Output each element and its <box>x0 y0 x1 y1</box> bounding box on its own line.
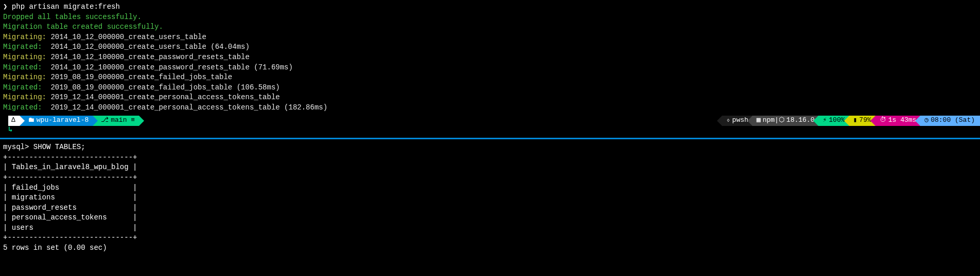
migration-status-label: Migrated: <box>3 43 46 51</box>
shell-icon: ⬨ <box>726 116 730 125</box>
migration-status-label: Migrated: <box>3 103 46 112</box>
mysql-footer: 5 rows in set (0.00 sec) <box>3 243 977 253</box>
migration-status-label: Migrating: <box>3 93 46 101</box>
migration-detail: 2019_08_19_000000_create_failed_jobs_tab… <box>46 83 280 91</box>
shell-name: pwsh <box>732 116 748 125</box>
migration-status-label: Migrating: <box>3 53 46 61</box>
migration-detail: 2014_10_12_000000_create_users_table (64… <box>46 43 250 51</box>
table-border: +-----------------------------+ <box>3 173 977 183</box>
os-segment: Δ <box>8 116 20 126</box>
mysql-terminal-pane[interactable]: mysql> SHOW TABLES; +-------------------… <box>0 139 980 256</box>
table-header-row: | Tables_in_laravel8_wpu_blog | <box>3 162 977 173</box>
migration-detail: 2019_12_14_000001_create_personal_access… <box>46 93 280 101</box>
git-icon: ⎇ <box>101 116 109 125</box>
output-line: Migrating: 2014_10_12_100000_create_pass… <box>3 52 977 63</box>
output-line: Migrating: 2019_12_14_000001_create_pers… <box>3 93 977 103</box>
stopwatch-icon: ⏱ <box>880 116 886 125</box>
folder-icon: 🖿 <box>28 116 34 125</box>
output-line: Migration table created successfully. <box>3 22 977 32</box>
command-text: php artisan migrate:fresh <box>12 3 120 11</box>
npm-segment: ▦npm | ⬡18.16.0 <box>752 116 819 126</box>
migration-detail: 2014_10_12_100000_create_password_resets… <box>46 63 293 71</box>
linux-icon: Δ <box>11 116 15 125</box>
charge-value: 100% <box>829 116 845 125</box>
folder-name: wpu-laravel-8 <box>37 116 89 125</box>
timing-segment: ⏱1s 43ms <box>876 116 921 126</box>
migration-status-label: Migrated: <box>3 83 46 91</box>
output-line: Migrated: 2019_08_19_000000_create_faile… <box>3 83 977 93</box>
command-line: ❯ php artisan migrate:fresh <box>3 2 977 12</box>
table-row: | migrations | <box>3 193 977 203</box>
output-line: Migrated: 2014_10_12_000000_create_users… <box>3 42 977 52</box>
clock-segment: ◷08:00 (Sat) <box>920 116 980 126</box>
output-line: Migrating: 2014_10_12_000000_create_user… <box>3 32 977 43</box>
timing-value: 1s 43ms <box>888 116 917 125</box>
table-header: Tables_in_laravel8_wpu_blog <box>12 163 129 171</box>
clock-icon: ◷ <box>924 116 929 125</box>
battery-icon: ▮ <box>853 116 857 125</box>
output-line: Dropped all tables successfully. <box>3 12 977 23</box>
status-right: ⬨pwsh ▦npm | ⬡18.16.0 ⚡100% ▮79% ⏱1s 43m… <box>722 116 980 126</box>
table-border: +-----------------------------+ <box>3 233 977 243</box>
node-icon: ⬡ <box>779 116 784 125</box>
migration-status-label: Migrating: <box>3 73 46 81</box>
mysql-prompt: mysql> <box>3 143 29 151</box>
prompt-cursor-line[interactable]: ↳ <box>0 125 980 135</box>
plug-icon: ⚡ <box>822 116 827 125</box>
migration-status-label: Migrated: <box>3 63 46 71</box>
table-row: | users | <box>3 223 977 233</box>
mysql-command: SHOW TABLES; <box>33 143 85 151</box>
table-row: | password_resets | <box>3 203 977 213</box>
npm-label: npm <box>763 116 775 125</box>
git-segment: ⎇main ≡ <box>93 116 139 126</box>
migration-detail: 2014_10_12_100000_create_password_resets… <box>46 53 250 61</box>
battery-value: 79% <box>859 116 871 125</box>
output-line: Migrated: 2019_12_14_000001_create_perso… <box>3 103 977 113</box>
migration-detail: 2014_10_12_000000_create_users_table <box>46 33 206 41</box>
migration-detail: 2019_12_14_000001_create_personal_access… <box>46 103 327 112</box>
mysql-command-line: mysql> SHOW TABLES; <box>3 142 977 153</box>
table-row: | personal_access_tokens | <box>3 213 977 223</box>
top-terminal-pane[interactable]: ❯ php artisan migrate:fresh Dropped all … <box>0 0 980 114</box>
npm-icon: ▦ <box>757 116 761 125</box>
migration-status-label: Migrating: <box>3 33 46 41</box>
output-line: Migrating: 2019_08_19_000000_create_fail… <box>3 72 977 83</box>
git-branch: main ≡ <box>111 116 135 125</box>
prompt-arrow-icon: ↳ <box>8 125 12 134</box>
output-line: Migrated: 2014_10_12_100000_create_passw… <box>3 63 977 73</box>
clock-value: 08:00 (Sat) <box>931 116 975 125</box>
powerline-status-bar: Δ 🖿wpu-laravel-8 ⎇main ≡ ⬨pwsh ▦npm | ⬡1… <box>0 116 980 126</box>
table-border: +-----------------------------+ <box>3 153 977 163</box>
status-left: Δ 🖿wpu-laravel-8 ⎇main ≡ <box>8 116 139 126</box>
table-row: | failed_jobs | <box>3 183 977 193</box>
node-version: 18.16.0 <box>786 116 815 125</box>
migration-detail: 2019_08_19_000000_create_failed_jobs_tab… <box>46 73 232 81</box>
folder-segment: 🖿wpu-laravel-8 <box>20 116 93 126</box>
